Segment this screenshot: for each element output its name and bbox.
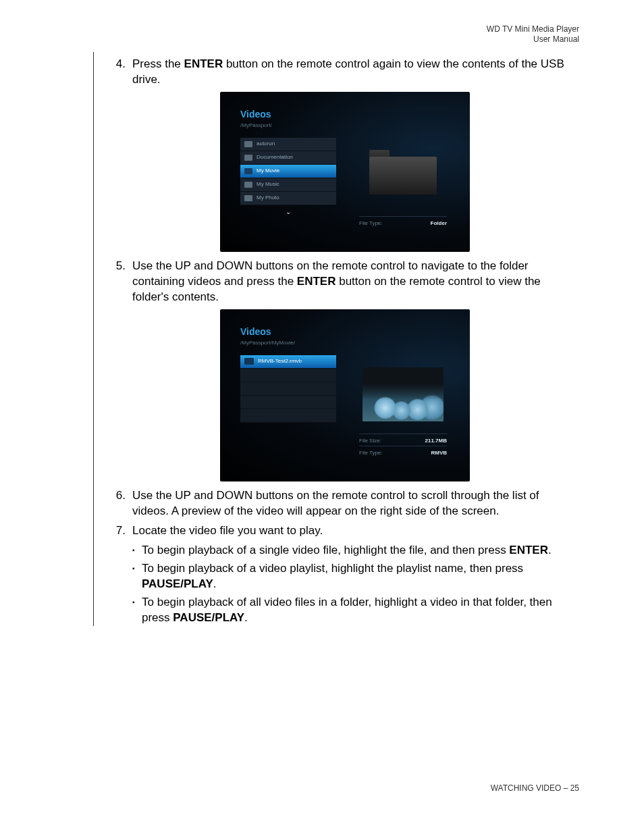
ss1-meta: File Type:Folder	[359, 216, 447, 228]
page-header: WD TV Mini Media Player User Manual	[487, 24, 579, 45]
bullet-2: ▪ To begin playback of a video playlist,…	[132, 561, 578, 592]
list-item-empty	[240, 382, 336, 396]
list-item-empty	[240, 409, 336, 423]
step-5-text: Use the UP and DOWN buttons on the remot…	[132, 259, 578, 305]
bullet-icon: ▪	[132, 561, 142, 592]
list-item: My Music	[240, 178, 336, 192]
list-item-selected: My Movie	[240, 165, 336, 178]
step-4-number: 4.	[112, 57, 132, 88]
video-thumbnail	[363, 367, 444, 421]
page-footer: WATCHING VIDEO – 25	[491, 783, 579, 793]
step-7-number: 7.	[112, 523, 132, 539]
bullet-icon: ▪	[132, 543, 142, 558]
folder-preview-icon	[369, 150, 437, 194]
ss2-path: /MyPassport/MyMovie/	[240, 340, 456, 347]
folder-icon	[244, 168, 252, 174]
page-content: 4. Press the ENTER button on the remote …	[112, 57, 578, 629]
ss1-list: autorun Documentation My Movie My Music …	[240, 138, 336, 228]
list-item-selected: RMVB-Test2.rmvb	[240, 355, 336, 369]
step-7-text: Locate the video file you want to play.	[132, 523, 578, 539]
bullet-3: ▪ To begin playback of all video files i…	[132, 595, 578, 626]
screenshot-file-list: Videos /MyPassport/MyMovie/ RMVB-Test2.r…	[220, 309, 470, 481]
list-item: autorun	[240, 138, 336, 151]
video-file-icon	[244, 358, 254, 365]
ss2-meta: File Size:211.7MB File Type:RMVB	[359, 434, 447, 458]
list-item: Documentation	[240, 151, 336, 165]
left-rule	[93, 52, 94, 626]
bullet-1: ▪ To begin playback of a single video fi…	[132, 543, 578, 558]
ss2-title: Videos	[240, 325, 456, 338]
step-4-text: Press the ENTER button on the remote con…	[132, 57, 578, 88]
step-7-bullets: ▪ To begin playback of a single video fi…	[132, 543, 578, 626]
screenshot-folder-list: Videos /MyPassport/ autorun Documentatio…	[220, 92, 470, 252]
step-6-number: 6.	[112, 488, 132, 519]
chevron-down-icon: ⌄	[240, 205, 336, 219]
step-5-number: 5.	[112, 259, 132, 305]
ss1-path: /MyPassport/	[240, 122, 456, 130]
step-5: 5. Use the UP and DOWN buttons on the re…	[112, 259, 578, 305]
ss1-title: Videos	[240, 108, 456, 121]
ss1-preview: File Type:Folder	[350, 138, 456, 228]
header-line-1: WD TV Mini Media Player	[487, 24, 579, 34]
step-4: 4. Press the ENTER button on the remote …	[112, 57, 578, 88]
header-line-2: User Manual	[487, 34, 579, 45]
list-item-empty	[240, 369, 336, 382]
list-item: My Photo	[240, 192, 336, 205]
step-6-text: Use the UP and DOWN buttons on the remot…	[132, 488, 578, 519]
folder-icon	[244, 195, 252, 201]
bullet-icon: ▪	[132, 595, 142, 626]
folder-icon	[244, 141, 252, 147]
step-7: 7. Locate the video file you want to pla…	[112, 523, 578, 539]
folder-icon	[244, 155, 252, 161]
ss2-preview: File Size:211.7MB File Type:RMVB	[350, 355, 456, 458]
step-6: 6. Use the UP and DOWN buttons on the re…	[112, 488, 578, 519]
ss2-list: RMVB-Test2.rmvb	[240, 355, 336, 458]
list-item-empty	[240, 396, 336, 409]
folder-icon	[244, 182, 252, 188]
